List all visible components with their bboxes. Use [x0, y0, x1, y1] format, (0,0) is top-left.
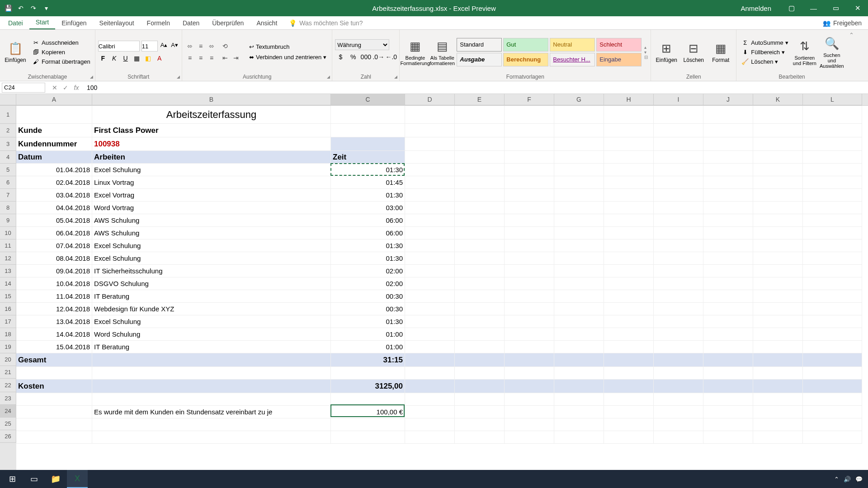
gallery-more-icon[interactable]: ⊟ — [644, 55, 648, 60]
tell-me-search[interactable]: 💡 Was möchten Sie tun? — [283, 17, 368, 29]
column-header-L[interactable]: L — [803, 94, 862, 105]
row-header-5[interactable]: 5 — [0, 164, 16, 176]
align-bottom-icon[interactable]: ⬄ — [207, 41, 217, 51]
save-icon[interactable]: 💾 — [4, 4, 13, 13]
column-header-K[interactable]: K — [753, 94, 803, 105]
row-header-16[interactable]: 16 — [0, 303, 16, 315]
accounting-icon[interactable]: $ — [335, 52, 346, 62]
row-header-26[interactable]: 26 — [0, 430, 16, 443]
decrease-indent-icon[interactable]: ⇤ — [220, 53, 230, 63]
action-center-icon[interactable]: 💬 — [855, 476, 863, 483]
delete-cells-button[interactable]: ⊟Löschen — [681, 34, 706, 70]
start-button[interactable]: ⊞ — [2, 470, 23, 488]
row-header-6[interactable]: 6 — [0, 176, 16, 189]
formula-input[interactable] — [84, 84, 868, 91]
fill-button[interactable]: ⬇Füllbereich ▾ — [739, 48, 790, 56]
close-button[interactable]: ✕ — [848, 0, 868, 16]
row-header-7[interactable]: 7 — [0, 189, 16, 202]
align-right-icon[interactable]: ≡ — [207, 53, 217, 63]
format-cells-button[interactable]: ▦Format — [708, 34, 733, 70]
tab-home[interactable]: Start — [29, 16, 56, 29]
cell-styles-gallery[interactable]: Standard Gut Neutral Schlecht Ausgabe Be… — [457, 38, 642, 66]
number-launcher-icon[interactable]: ◢ — [394, 75, 397, 79]
font-color-button[interactable]: A — [155, 53, 165, 63]
column-header-E[interactable]: E — [455, 94, 505, 105]
number-format-select[interactable]: Währung — [335, 39, 389, 50]
file-explorer-icon[interactable]: 📁 — [45, 470, 66, 488]
row-header-14[interactable]: 14 — [0, 277, 16, 290]
style-ausgabe[interactable]: Ausgabe — [457, 53, 502, 66]
row-header-3[interactable]: 3 — [0, 137, 16, 151]
column-header-D[interactable]: D — [405, 94, 455, 105]
clipboard-launcher-icon[interactable]: ◢ — [90, 75, 93, 79]
volume-icon[interactable]: 🔊 — [844, 476, 851, 483]
row-header-20[interactable]: 20 — [0, 353, 16, 366]
column-header-F[interactable]: F — [505, 94, 554, 105]
orientation-icon[interactable]: ⟲ — [220, 41, 230, 51]
fill-color-button[interactable]: ◧ — [143, 53, 153, 63]
font-size-input[interactable] — [142, 41, 158, 52]
row-header-23[interactable]: 23 — [0, 392, 16, 405]
column-header-G[interactable]: G — [554, 94, 604, 105]
task-view-icon[interactable]: ▭ — [24, 470, 44, 488]
tab-data[interactable]: Daten — [176, 17, 206, 29]
column-header-A[interactable]: A — [16, 94, 92, 105]
row-header-13[interactable]: 13 — [0, 265, 16, 277]
format-as-table-button[interactable]: ▤Als Tabelle formatieren — [429, 34, 455, 70]
style-eingabe[interactable]: Eingabe — [596, 53, 642, 66]
conditional-formatting-button[interactable]: ▦Bedingte Formatierung — [402, 34, 428, 70]
name-box[interactable] — [2, 83, 45, 93]
increase-indent-icon[interactable]: ⇥ — [231, 53, 241, 63]
column-header-J[interactable]: J — [703, 94, 753, 105]
row-header-22[interactable]: 22 — [0, 379, 16, 392]
style-neutral[interactable]: Neutral — [550, 38, 595, 52]
column-header-B[interactable]: B — [92, 94, 331, 105]
comma-icon[interactable]: 000 — [360, 52, 371, 62]
find-select-button[interactable]: 🔍Suchen und Auswählen — [819, 34, 844, 70]
row-header-4[interactable]: 4 — [0, 151, 16, 164]
row-header-8[interactable]: 8 — [0, 202, 16, 214]
minimize-button[interactable]: — — [803, 0, 824, 16]
gallery-up-icon[interactable]: ▴ — [644, 45, 648, 50]
border-button[interactable]: ▦ — [132, 53, 142, 63]
row-header-18[interactable]: 18 — [0, 328, 16, 341]
maximize-button[interactable]: ▭ — [826, 0, 846, 16]
row-header-1[interactable]: 1 — [0, 106, 16, 124]
tab-formulas[interactable]: Formeln — [141, 17, 176, 29]
gallery-down-icon[interactable]: ▾ — [644, 50, 648, 55]
tab-insert[interactable]: Einfügen — [55, 17, 93, 29]
sort-filter-button[interactable]: ⇅Sortieren und Filtern — [792, 34, 817, 70]
column-header-C[interactable]: C — [331, 94, 405, 105]
tab-view[interactable]: Ansicht — [250, 17, 283, 29]
font-launcher-icon[interactable]: ◢ — [177, 75, 180, 79]
row-header-9[interactable]: 9 — [0, 214, 16, 227]
cancel-formula-icon[interactable]: ✕ — [50, 84, 60, 91]
align-middle-icon[interactable]: ≡ — [196, 41, 206, 51]
excel-taskbar-icon[interactable]: X — [67, 470, 88, 488]
select-all-corner[interactable] — [0, 94, 16, 105]
underline-button[interactable]: U — [121, 53, 131, 63]
font-name-input[interactable] — [98, 41, 140, 52]
increase-decimal-icon[interactable]: .0→ — [373, 52, 384, 62]
style-standard[interactable]: Standard — [457, 38, 502, 52]
row-header-17[interactable]: 17 — [0, 315, 16, 328]
qat-customize-icon[interactable]: ▾ — [42, 4, 51, 13]
accept-formula-icon[interactable]: ✓ — [61, 84, 71, 91]
cut-button[interactable]: ✂Ausschneiden — [30, 38, 92, 47]
fx-icon[interactable]: fx — [71, 84, 81, 91]
align-left-icon[interactable]: ≡ — [185, 53, 195, 63]
wrap-text-button[interactable]: ↩Textumbruch — [246, 42, 329, 51]
ribbon-display-options-icon[interactable]: ▢ — [781, 0, 802, 16]
alignment-launcher-icon[interactable]: ◢ — [327, 75, 330, 79]
row-header-24[interactable]: 24 — [0, 405, 16, 418]
style-berechnung[interactable]: Berechnung — [503, 53, 548, 66]
clear-button[interactable]: 🧹Löschen ▾ — [739, 57, 790, 66]
sign-in-button[interactable]: Anmelden — [732, 5, 779, 12]
row-header-2[interactable]: 2 — [0, 124, 16, 137]
row-header-12[interactable]: 12 — [0, 252, 16, 265]
increase-font-icon[interactable]: A▴ — [160, 41, 169, 52]
autosum-button[interactable]: ΣAutoSumme ▾ — [739, 38, 790, 47]
decrease-decimal-icon[interactable]: ←.0 — [386, 52, 396, 62]
redo-icon[interactable]: ↷ — [29, 4, 38, 13]
format-painter-button[interactable]: 🖌Format übertragen — [30, 57, 92, 66]
